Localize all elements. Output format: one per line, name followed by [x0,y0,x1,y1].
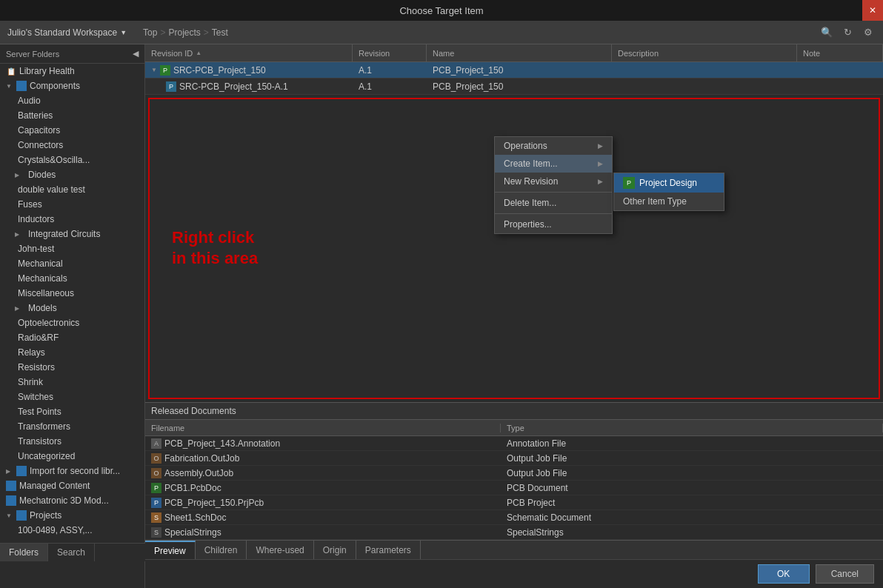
bottom-tabs: Preview Children Where-used Origin Param… [145,540,883,559]
doc-icon-annotation: A [151,438,161,449]
sidebar-item-relays[interactable]: Relays [0,345,144,360]
doc-row-6[interactable]: S SpecialStrings SpecialStrings [145,525,883,540]
ics-expand-arrow: ▶ [15,231,22,238]
right-content: Revision ID ▲ Revision Name Description … [145,44,883,588]
workspace-selector[interactable]: Julio's Standard Workspace ▼ [7,27,127,38]
sidebar-item-john-test[interactable]: John-test [0,241,144,256]
sidebar-item-crystals[interactable]: Crystals&Oscilla... [0,153,144,167]
submenu-other-item-type[interactable]: Other Item Type [614,193,724,210]
sidebar-item-audio[interactable]: Audio [0,93,144,108]
context-menu-new-revision[interactable]: New Revision ▶ [495,173,612,190]
tab-where-used[interactable]: Where-used [247,541,313,559]
sidebar-item-ics[interactable]: ▶ Integrated Circuits [0,227,144,241]
table-row-1[interactable]: P SRC-PCB_Project_150-A.1 A.1 PCB_Projec… [145,78,883,95]
workspace-dropdown-arrow: ▼ [120,29,127,36]
right-click-instruction: Right clickin this area [172,227,258,270]
sidebar-item-components[interactable]: ▼ Components [0,78,144,93]
tab-origin[interactable]: Origin [314,541,356,559]
doc-icon-schematic: S [151,512,161,523]
library-health-icon: 📋 [6,66,16,76]
settings-icon[interactable]: ⚙ [861,25,876,40]
context-menu-delete-item[interactable]: Delete Item... [495,194,612,212]
sidebar-header: Server Folders ◀ [0,44,144,64]
sidebar-item-diodes[interactable]: ▶ Diodes [0,167,144,182]
models-expand-arrow: ▶ [15,305,22,312]
row1-type-icon: P [166,81,176,92]
sidebar-tab-search[interactable]: Search [48,544,95,561]
sidebar-item-projects[interactable]: ▼ Projects [0,508,144,523]
components-children: Audio Batteries Capacitors Connectors Cr… [0,93,144,464]
context-menu-properties[interactable]: Properties... [495,216,612,233]
tab-children[interactable]: Children [196,541,247,559]
sidebar-item-managed-content[interactable]: Managed Content [0,478,144,493]
sidebar-item-test-points[interactable]: Test Points [0,404,144,419]
sidebar-tab-folders[interactable]: Folders [0,544,48,561]
context-menu-operations[interactable]: Operations ▶ [495,137,612,155]
doc-row-5[interactable]: S Sheet1.SchDoc Schematic Document [145,510,883,525]
sidebar-item-transistors[interactable]: Transistors [0,434,144,449]
sidebar-item-connectors[interactable]: Connectors [0,138,144,153]
doc-icon-output2: O [151,468,161,478]
doc-icon-special: S [151,527,161,538]
sidebar-item-uncategorized[interactable]: Uncategorized [0,449,144,464]
import-folder-icon [16,466,27,476]
sidebar-item-opto[interactable]: Optoelectronics [0,315,144,330]
released-docs-header: Released Documents [145,403,883,420]
context-menu-create-item[interactable]: Create Item... ▶ P Project Design Other … [495,155,612,173]
sidebar-item-mechatronic[interactable]: Mechatronic 3D Mod... [0,493,144,508]
doc-row-4[interactable]: P PCB_Project_150.PrjPcb PCB Project [145,495,883,510]
components-expand-arrow: ▼ [6,83,13,90]
context-menu-area[interactable]: Right clickin this area Operations ▶ Cre… [148,98,880,399]
sidebar-item-models[interactable]: ▶ Models [0,301,144,315]
doc-row-3[interactable]: P PCB1.PcbDoc PCB Document [145,481,883,495]
breadcrumb: Top > Projects > Test [143,27,228,38]
sidebar-item-double-value[interactable]: double value test [0,182,144,197]
refresh-icon[interactable]: ↻ [840,25,855,40]
top-bar: Julio's Standard Workspace ▼ Top > Proje… [0,21,883,44]
components-folder-icon [16,81,27,91]
submenu-project-design[interactable]: P Project Design [614,173,724,193]
released-documents-panel: Released Documents Filename Type A PCB_P… [145,402,883,540]
toolbar-icons: 🔍 ↻ ⚙ [819,25,876,40]
sidebar-item-inductors[interactable]: Inductors [0,212,144,227]
table-row-0[interactable]: ▼ P SRC-PCB_Project_150 A.1 PCB_Project_… [145,62,883,78]
tab-preview[interactable]: Preview [145,541,196,559]
new-revision-submenu-arrow: ▶ [598,178,603,185]
sidebar-item-mechanical[interactable]: Mechanical [0,256,144,271]
col-header-revision-id: Revision ID ▲ [145,44,353,61]
col-header-name: Name [427,44,612,61]
sidebar-item-capacitors[interactable]: Capacitors [0,123,144,138]
col-header-revision: Revision [353,44,427,61]
sidebar-item-fuses[interactable]: Fuses [0,197,144,212]
sidebar-item-100-0489[interactable]: 100-0489, ASSY,... [0,523,144,538]
doc-row-1[interactable]: O Fabrication.OutJob Output Job File [145,451,883,466]
context-menu-separator [495,192,612,193]
doc-row-2[interactable]: O Assembly.OutJob Output Job File [145,466,883,481]
diodes-expand-arrow: ▶ [15,172,22,178]
sidebar-header-label: Server Folders [6,50,59,59]
sidebar-item-miscellaneous[interactable]: Miscellaneous [0,286,144,301]
sidebar-item-mechanicals[interactable]: Mechanicals [0,271,144,286]
sidebar-item-import[interactable]: ▶ Import for second libr... [0,464,144,478]
close-button[interactable]: ✕ [862,0,883,21]
doc-row-0[interactable]: A PCB_Project_143.Annotation Annotation … [145,436,883,451]
sidebar-collapse-btn[interactable]: ◀ [133,49,139,59]
doc-icon-output1: O [151,453,161,464]
doc-icon-project: P [151,498,161,508]
doc-icon-pcb: P [151,483,161,493]
projects-folder-icon [16,510,27,521]
main-layout: Server Folders ◀ 📋 Library Health ▼ Comp… [0,44,883,588]
sidebar-item-radiorf[interactable]: Radio&RF [0,330,144,345]
tab-parameters[interactable]: Parameters [356,541,421,559]
sidebar-item-switches[interactable]: Switches [0,390,144,404]
sidebar-item-library-health[interactable]: 📋 Library Health [0,64,144,78]
sidebar-item-resistors[interactable]: Resistors [0,360,144,375]
search-icon[interactable]: 🔍 [819,25,834,40]
sidebar-item-transformers[interactable]: Transformers [0,419,144,434]
sidebar-item-batteries[interactable]: Batteries [0,108,144,123]
bottom-buttons: OK Cancel [145,559,883,588]
ok-button[interactable]: OK [758,564,810,584]
cancel-button[interactable]: Cancel [816,564,874,584]
sidebar-item-shrink[interactable]: Shrink [0,375,144,390]
sidebar-bottom-tabs: Folders Search [0,543,145,561]
